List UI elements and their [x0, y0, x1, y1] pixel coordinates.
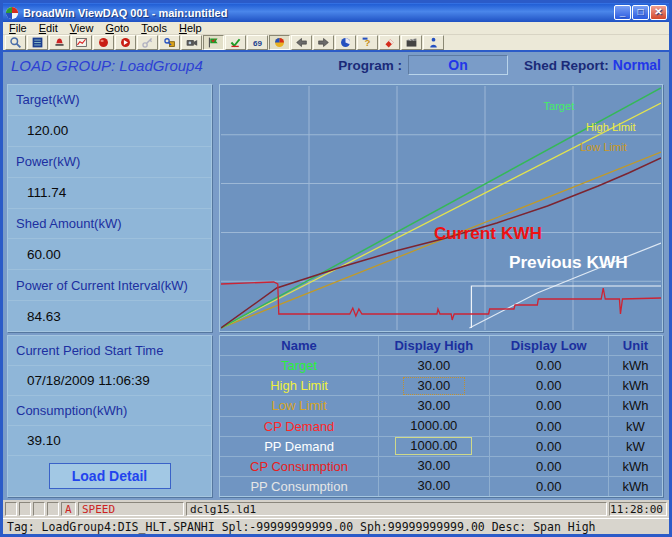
status-pane [5, 502, 17, 516]
column-header: Display High [379, 336, 490, 355]
key-icon [141, 36, 154, 49]
pie-toolbar-button[interactable] [335, 35, 356, 50]
menu-help[interactable]: Help [173, 22, 208, 34]
left-column: Target(kW)120.00Power(kW)111.74Shed Amou… [7, 84, 212, 497]
metrics-panel: Target(kW)120.00Power(kW)111.74Shed Amou… [7, 84, 212, 332]
tag-info-line: Tag: LoadGroup4:DIS_HLT.SPANHI Spl:-9999… [3, 518, 669, 534]
forward-toolbar-button[interactable] [313, 35, 334, 50]
title-bar: BroadWin ViewDAQ 001 - main:untitled _ □… [3, 3, 669, 22]
field-label: Power(kW) [8, 154, 80, 169]
goto-display-toolbar-button[interactable]: 69 [247, 35, 268, 50]
display-low-value: 0.00 [536, 419, 561, 434]
chart-label: High Limit [586, 121, 636, 133]
trend-chart: TargetHigh LimitLow LimitCurrent KWHPrev… [219, 84, 663, 332]
load-group-title: LOAD GROUP: LoadGroup4 [11, 57, 338, 74]
status-bar: A SPEED dclg15.ld1 11:28:00 [3, 500, 669, 518]
display-list-icon [31, 36, 44, 49]
program-state-box[interactable]: On [408, 55, 508, 75]
back-toolbar-button[interactable] [291, 35, 312, 50]
field-value: 120.00 [8, 123, 68, 138]
minimize-button[interactable]: _ [614, 5, 631, 20]
column-header: Name [220, 336, 379, 355]
display-low-value: 0.00 [536, 378, 561, 393]
menu-view[interactable]: View [64, 22, 100, 34]
unit-value: kWh [622, 358, 648, 373]
table-row: Target30.000.00kWh [220, 356, 662, 376]
field-label: Consumption(kWh) [8, 403, 127, 418]
load-group-value: LoadGroup4 [119, 57, 202, 74]
chart-label: Current KWH [434, 224, 542, 243]
shed-report-label: Shed Report: [524, 58, 609, 73]
alarm-icon [53, 36, 66, 49]
display-low-value: 0.00 [536, 398, 561, 413]
view-flag-toolbar-button[interactable] [203, 35, 224, 50]
unit-value: kW [626, 419, 645, 434]
recorder-toolbar-button[interactable] [401, 35, 422, 50]
field-label: Current Period Start Time [8, 343, 163, 358]
close-button[interactable]: ✕ [650, 5, 667, 20]
help-icon: ? [361, 36, 374, 49]
field-value: 84.63 [8, 309, 61, 324]
trend-toolbar-button[interactable] [71, 35, 92, 50]
eraser-toolbar-button[interactable] [379, 35, 400, 50]
help-toolbar-button[interactable]: ? [357, 35, 378, 50]
chart-label: Previous KWH [509, 253, 628, 272]
unit-value: kWh [622, 378, 648, 393]
chart-label: Low Limit [580, 141, 627, 153]
series-name: CP Consumption [220, 457, 379, 476]
series-name: High Limit [220, 376, 379, 395]
right-column: TargetHigh LimitLow LimitCurrent KWHPrev… [219, 84, 663, 497]
table-row: PP Demand1000.000.00kW [220, 437, 662, 457]
display-low-value: 0.00 [536, 439, 561, 454]
statistics-toolbar-button[interactable] [269, 35, 290, 50]
run-toolbar-button[interactable] [115, 35, 136, 50]
clock: 11:28:00 [609, 502, 667, 516]
load-detail-button[interactable]: Load Detail [49, 463, 171, 489]
alarm-indicator: A [61, 502, 76, 516]
chart-label: Target [543, 100, 574, 112]
table-row: High Limit30.000.00kWh [220, 376, 662, 396]
display-filename: dclg15.ld1 [186, 502, 607, 516]
alarm-toolbar-button[interactable] [49, 35, 70, 50]
user-icon [427, 36, 440, 49]
display-high-value[interactable]: 30.00 [403, 377, 466, 395]
field-value: 07/18/2009 11:06:39 [8, 373, 150, 388]
stop-icon [97, 36, 110, 49]
display-high-value: 30.00 [404, 358, 465, 374]
display-high-value: 1000.00 [396, 418, 471, 434]
series-name: Low Limit [220, 396, 379, 415]
series-name: CP Demand [220, 417, 379, 436]
key-toolbar-button[interactable] [137, 35, 158, 50]
eraser-icon [383, 36, 396, 49]
zoom-toolbar-button[interactable] [5, 35, 26, 50]
goto-display-icon: 69 [251, 36, 264, 49]
stop-toolbar-button[interactable] [93, 35, 114, 50]
menu-file[interactable]: File [3, 22, 33, 34]
menu-tools[interactable]: Tools [135, 22, 173, 34]
client-area: Target(kW)120.00Power(kW)111.74Shed Amou… [3, 78, 669, 500]
window-title: BroadWin ViewDAQ 001 - main:untitled [23, 7, 613, 19]
menu-goto[interactable]: Goto [99, 22, 135, 34]
series-name: PP Demand [220, 437, 379, 456]
status-pane [33, 502, 45, 516]
maximize-button[interactable]: □ [632, 5, 649, 20]
toolbar: 69? [3, 35, 669, 50]
view-flag-icon [207, 36, 220, 49]
display-low-value: 0.00 [536, 459, 561, 474]
svg-text:69: 69 [253, 39, 263, 48]
password-icon [163, 36, 176, 49]
snapshot-toolbar-button[interactable] [181, 35, 202, 50]
menu-edit[interactable]: Edit [33, 22, 64, 34]
field-value: 39.10 [8, 433, 61, 448]
user-toolbar-button[interactable] [423, 35, 444, 50]
password-toolbar-button[interactable] [159, 35, 180, 50]
display-high-value: 30.00 [404, 458, 465, 474]
confirm-toolbar-button[interactable] [225, 35, 246, 50]
display-list-toolbar-button[interactable] [27, 35, 48, 50]
header-band: LOAD GROUP: LoadGroup4 Program : On Shed… [3, 50, 669, 78]
app-window: BroadWin ViewDAQ 001 - main:untitled _ □… [0, 0, 672, 537]
field-value: 111.74 [8, 185, 66, 200]
display-high-value[interactable]: 1000.00 [395, 437, 472, 455]
pie-icon [339, 36, 352, 49]
limits-table: NameDisplay HighDisplay LowUnitTarget30.… [219, 335, 663, 497]
